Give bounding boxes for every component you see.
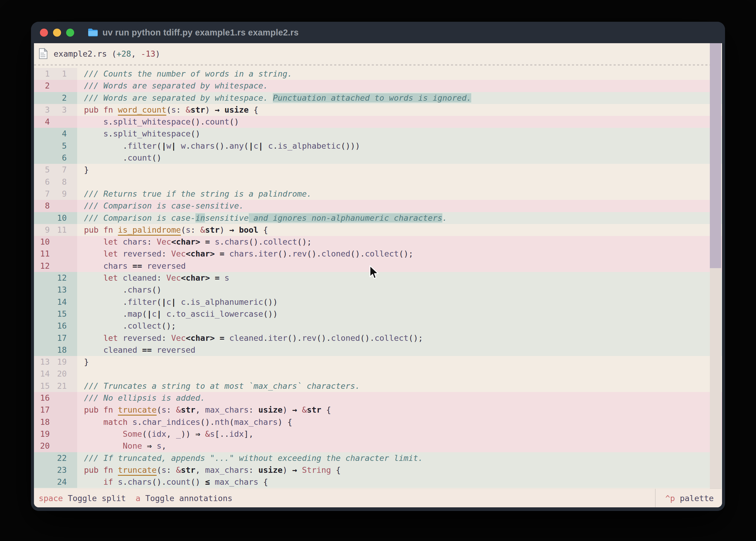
gutter: 22 — [34, 452, 77, 464]
key-space: space — [39, 494, 63, 503]
scrollbar[interactable] — [710, 43, 721, 489]
code-token: let — [103, 273, 118, 282]
code-token: . — [84, 141, 128, 151]
scrollbar-thumb[interactable] — [710, 43, 721, 268]
zoom-button[interactable] — [66, 29, 74, 37]
code-token: == — [133, 261, 143, 270]
code-token: /// Words are separated by whitespace. — [84, 81, 268, 90]
code-token — [263, 141, 268, 151]
code-token: _ — [176, 429, 181, 438]
old-line-number — [34, 128, 50, 140]
code-token — [113, 477, 118, 486]
code-token: str — [190, 105, 205, 114]
new-line-number — [50, 404, 67, 416]
code-token: s — [171, 105, 176, 114]
new-line-number: 4 — [50, 128, 67, 140]
code-line: .filter(|w| w.chars().any(|c| c.is_alpha… — [77, 140, 722, 152]
code-token: { — [249, 105, 258, 114]
code-token — [84, 249, 103, 258]
stats-close-paren: ) — [155, 49, 160, 58]
code-token — [297, 405, 302, 414]
diff-row: 6 .count() — [34, 152, 722, 164]
diff-row: 11/// Counts the number of words in a st… — [34, 68, 722, 80]
file-header: example2.rs (+28, -13) — [34, 43, 722, 64]
code-token: | — [162, 297, 166, 306]
code-token — [210, 273, 215, 282]
new-line-number: 19 — [50, 356, 67, 368]
code-token: count — [205, 117, 229, 126]
code-token: is_alphanumeric — [190, 297, 263, 306]
code-token: max_chars — [234, 417, 278, 427]
code-token: . — [84, 321, 128, 330]
old-line-number: 14 — [34, 368, 50, 380]
title-bar[interactable]: uv run python tdiff.py example1.rs examp… — [31, 22, 725, 43]
code-token: String — [302, 465, 331, 475]
gutter: 68 — [34, 176, 77, 188]
code-token — [118, 333, 123, 342]
code-token: ) — [283, 405, 292, 414]
code-token: . — [263, 333, 268, 342]
code-token: iter — [258, 249, 278, 258]
code-token — [152, 345, 157, 354]
gutter: 4 — [34, 116, 77, 128]
code-token: ( — [157, 297, 162, 306]
code-token: ≤ — [205, 477, 210, 486]
code-token — [118, 273, 123, 282]
code-line: s.split_whitespace() — [77, 128, 722, 140]
code-token: filter — [128, 141, 157, 151]
diff-row: 17 let reversed: Vec<char> = cleaned.ite… — [34, 332, 722, 344]
old-line-number: 1 — [34, 68, 50, 80]
code-token: } — [84, 357, 89, 366]
old-line-number: 6 — [34, 176, 50, 188]
old-line-number: 4 — [34, 116, 50, 128]
code-token — [99, 405, 103, 414]
code-token: cloned — [331, 333, 360, 342]
gutter: 57 — [34, 164, 77, 176]
gutter: 14 — [34, 296, 77, 308]
old-line-number — [34, 332, 50, 344]
diff-row: 18 cleaned == reversed — [34, 344, 722, 356]
code-token: → — [229, 225, 234, 235]
code-token: s — [215, 237, 219, 247]
folder-icon — [88, 28, 98, 37]
diff-row: 4 s.split_whitespace() — [34, 128, 722, 140]
code-token: /// If truncated, appends "..." without … — [84, 453, 423, 463]
code-token: . — [108, 129, 113, 138]
code-line: let cleaned: Vec<char> = s — [77, 272, 722, 284]
code-line: /// Returns true if the string is a pali… — [77, 188, 722, 200]
code-token: & — [200, 225, 205, 235]
code-token: str — [181, 405, 195, 414]
code-token — [128, 261, 132, 270]
gutter: 23 — [34, 464, 77, 476]
code-token: Vec — [166, 273, 181, 282]
code-line: /// Words are separated by whitespace. — [77, 80, 722, 92]
code-token: and ignores non-alphanumeric characters — [249, 213, 442, 223]
code-token — [215, 333, 219, 342]
gutter: 33 — [34, 104, 77, 116]
code-line: .map(|c| c.to_ascii_lowercase()) — [77, 308, 722, 320]
code-token: | — [157, 309, 162, 318]
old-line-number: 13 — [34, 356, 50, 368]
code-line: let reversed: Vec<char> = cleaned.iter()… — [77, 332, 722, 344]
key-ctrl-p: ^p — [665, 494, 675, 503]
close-button[interactable] — [40, 29, 48, 37]
gutter: 16 — [34, 392, 77, 404]
new-line-number: 3 — [50, 104, 67, 116]
code-token: s — [157, 441, 162, 450]
diff-row: 10 let chars: Vec<char> = s.chars().coll… — [34, 236, 722, 248]
code-token: let — [103, 237, 118, 247]
gutter: 17 — [34, 332, 77, 344]
minimize-button[interactable] — [53, 29, 61, 37]
code-line: Some((idx, _)) ⇒ &s[..idx], — [77, 428, 722, 440]
code-token: pub — [84, 105, 99, 114]
code-token: w — [181, 141, 186, 151]
code-token — [200, 429, 205, 438]
code-token: chars — [123, 237, 147, 247]
old-line-number: 16 — [34, 392, 50, 404]
old-line-number — [34, 284, 50, 296]
gutter: 1521 — [34, 380, 77, 392]
new-line-number: 15 — [50, 308, 67, 320]
code-token: reversed — [157, 345, 195, 354]
code-token: collect — [263, 237, 297, 247]
code-token: idx — [229, 429, 244, 438]
